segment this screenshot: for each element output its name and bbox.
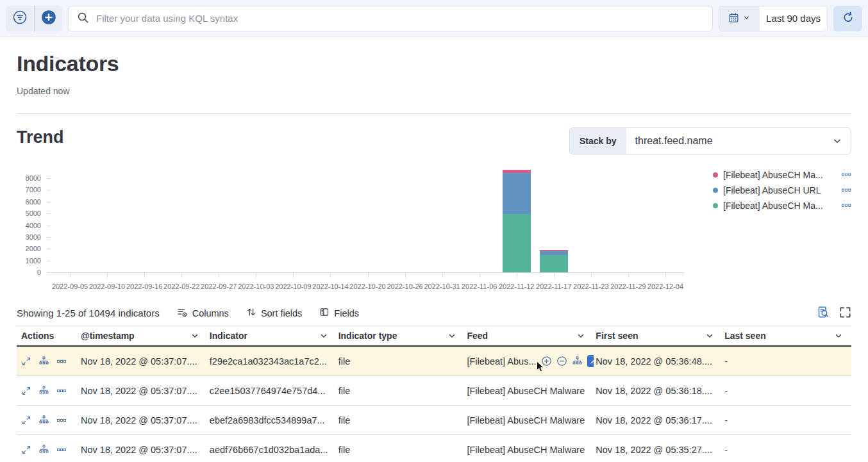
calendar-icon — [728, 12, 739, 25]
last-seen-cell: - — [722, 356, 851, 367]
x-axis-label: 2022-09-22 — [161, 283, 202, 290]
x-axis-label: 2022-12-04 — [645, 283, 686, 290]
x-axis-tick — [517, 273, 517, 277]
analyzer-icon — [572, 356, 583, 367]
legend-color-dot — [713, 172, 718, 177]
column-header-indicator[interactable]: Indicator — [208, 326, 337, 345]
analyze-value-button[interactable] — [572, 356, 583, 367]
more-actions-button[interactable] — [56, 356, 67, 367]
bar-segment-filebeat-abusech-ma[interactable] — [540, 250, 568, 251]
indicators-table-body: Nov 18, 2022 @ 05:37:07....f29e2ca1a0323… — [17, 347, 851, 462]
table-row[interactable]: Nov 18, 2022 @ 05:37:07....c2ee150377649… — [17, 376, 851, 406]
column-actions-chevron-icon[interactable] — [833, 331, 844, 341]
feed-value: [Filebeat] Abus... — [467, 356, 536, 367]
more-squares-icon — [56, 356, 67, 367]
search-icon — [77, 12, 89, 26]
y-axis-label: 6000 — [17, 197, 41, 206]
legend-item[interactable]: [Filebeat] AbuseCH Ma... — [713, 198, 851, 213]
open-details-button[interactable] — [21, 356, 31, 367]
more-actions-button[interactable] — [56, 386, 67, 396]
bar-segment-filebeat-abusech-url[interactable] — [503, 173, 531, 214]
fields-panel-icon — [319, 307, 330, 319]
x-axis-label: 2022-10-14 — [310, 283, 351, 290]
fullscreen-button[interactable] — [839, 306, 851, 320]
analyze-event-button[interactable] — [38, 415, 49, 425]
add-filter-button[interactable] — [34, 6, 62, 31]
more-actions-button[interactable] — [56, 415, 67, 425]
legend-item[interactable]: [Filebeat] AbuseCH Ma... — [713, 167, 851, 183]
x-axis-tick — [293, 273, 294, 277]
column-header-feed[interactable]: Feed — [465, 326, 594, 345]
x-axis-label: 2022-10-20 — [347, 283, 388, 290]
expand-icon — [21, 445, 31, 455]
columns-button[interactable]: Columns — [177, 307, 229, 320]
y-axis-tick — [47, 272, 51, 273]
column-actions-chevron-icon[interactable] — [447, 331, 457, 341]
legend-actions-button[interactable] — [842, 172, 851, 177]
x-axis-tick — [256, 273, 256, 277]
feed-value: [Filebeat] AbuseCH Malware — [467, 445, 585, 455]
x-axis-label: 2022-10-31 — [422, 283, 463, 290]
timestamp-cell: Nov 18, 2022 @ 05:37:07.... — [79, 415, 208, 425]
feed-cell: [Filebeat] AbuseCH Malware — [465, 445, 594, 455]
add-to-timeline-button[interactable] — [587, 355, 594, 367]
last-seen-cell: - — [722, 445, 851, 455]
x-axis-label: 2022-11-17 — [533, 283, 574, 290]
y-axis-label: 7000 — [17, 185, 41, 194]
filter-out-value-button[interactable] — [556, 356, 567, 367]
saved-query-menu-button[interactable] — [6, 6, 34, 31]
bar-segment-filebeat-abusech-ma[interactable] — [503, 214, 531, 272]
kql-query-input[interactable] — [96, 13, 704, 24]
table-row[interactable]: Nov 18, 2022 @ 05:37:07....aedf76b667c1d… — [17, 435, 851, 462]
stack-by-select[interactable]: Stack by threat.feed.name — [569, 128, 851, 154]
column-header-indicator-type[interactable]: Indicator type — [337, 326, 465, 345]
refresh-button[interactable] — [833, 6, 862, 31]
analyze-event-button[interactable] — [38, 444, 49, 455]
column-actions-chevron-icon[interactable] — [190, 331, 200, 341]
more-squares-icon — [56, 386, 67, 396]
column-header-actions: Actions — [17, 326, 79, 345]
x-axis-tick — [591, 273, 592, 277]
open-details-button[interactable] — [21, 386, 31, 396]
date-range-picker[interactable]: Last 90 days — [719, 6, 828, 31]
column-header-timestamp[interactable]: @timestamp — [79, 326, 208, 345]
date-quick-select[interactable] — [719, 6, 760, 31]
column-actions-chevron-icon[interactable] — [576, 331, 586, 341]
legend-actions-button[interactable] — [842, 188, 851, 193]
y-axis-label: 1000 — [17, 256, 41, 265]
filter-for-value-button[interactable] — [541, 356, 552, 367]
table-row[interactable]: Nov 18, 2022 @ 05:37:07....f29e2ca1a0323… — [17, 347, 851, 376]
sort-fields-button[interactable]: Sort fields — [246, 307, 302, 319]
circle-minus-icon — [556, 356, 567, 367]
feed-value: [Filebeat] AbuseCH Malware — [467, 386, 585, 396]
x-axis-label: 2022-10-26 — [385, 283, 426, 290]
chart-legend: [Filebeat] AbuseCH Ma...[Filebeat] Abuse… — [713, 167, 851, 213]
x-axis-label: 2022-09-10 — [87, 283, 128, 290]
fields-button[interactable]: Fields — [319, 307, 359, 319]
legend-color-dot — [713, 188, 718, 193]
legend-actions-button[interactable] — [842, 203, 851, 208]
analyze-event-button[interactable] — [38, 356, 49, 367]
x-axis-tick — [480, 273, 480, 277]
bar-segment-filebeat-abusech-ma[interactable] — [540, 255, 568, 272]
column-header-first-seen[interactable]: First seen — [594, 326, 722, 345]
column-header-last-seen[interactable]: Last seen — [722, 326, 851, 345]
bar-segment-filebeat-abusech-ma[interactable] — [503, 170, 531, 173]
filter-button-group — [6, 6, 62, 31]
last-seen-cell: - — [722, 415, 851, 425]
column-actions-chevron-icon[interactable] — [705, 331, 715, 341]
more-squares-icon — [842, 172, 851, 177]
y-axis-tick — [47, 178, 51, 179]
legend-item[interactable]: [Filebeat] AbuseCH URL — [713, 183, 851, 198]
open-details-button[interactable] — [21, 415, 31, 425]
column-actions-chevron-icon[interactable] — [319, 331, 329, 341]
bar-segment-filebeat-abusech-url[interactable] — [540, 251, 568, 255]
date-range-value[interactable]: Last 90 days — [760, 6, 827, 31]
inspect-button[interactable] — [817, 306, 830, 320]
more-actions-button[interactable] — [56, 445, 67, 455]
table-row[interactable]: Nov 18, 2022 @ 05:37:07....ebef2a6983dfc… — [17, 406, 851, 435]
inspect-icon — [817, 306, 830, 320]
stack-by-value[interactable]: threat.feed.name — [626, 128, 831, 154]
open-details-button[interactable] — [21, 445, 31, 455]
analyze-event-button[interactable] — [38, 385, 49, 396]
